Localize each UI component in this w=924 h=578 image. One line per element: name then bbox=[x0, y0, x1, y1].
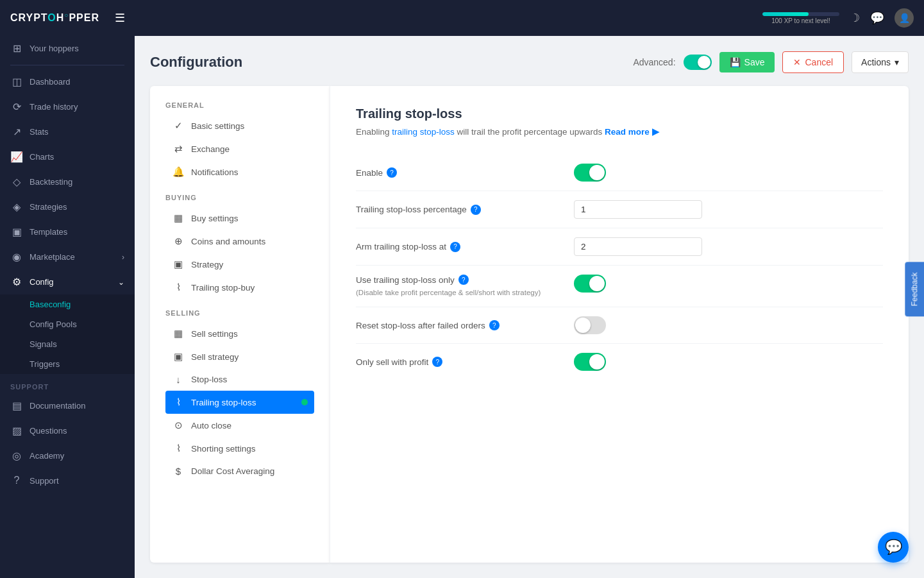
actions-button[interactable]: Actions ▾ bbox=[852, 51, 909, 73]
enable-help-icon[interactable]: ? bbox=[387, 167, 397, 178]
user-avatar[interactable]: 👤 bbox=[895, 8, 914, 28]
use-trailing-only-toggle[interactable] bbox=[574, 275, 606, 293]
sidebar-subitem-baseconfig[interactable]: Baseconfig bbox=[0, 294, 135, 314]
field-enable: Enable ? bbox=[356, 155, 883, 191]
logo-text: CRYPTOH○PPER bbox=[10, 12, 99, 24]
menu-item-sell-settings[interactable]: ▦ Sell settings bbox=[165, 322, 314, 345]
arm-trailing-control bbox=[574, 237, 883, 256]
general-section-title: GENERAL bbox=[165, 101, 314, 109]
config-chevron: ⌄ bbox=[118, 278, 124, 287]
shorting-icon: ⌇ bbox=[172, 443, 185, 454]
only-sell-profit-label: Only sell with profit ? bbox=[356, 357, 574, 367]
sidebar-item-documentation[interactable]: ▤ Documentation bbox=[0, 393, 135, 418]
sidebar-item-marketplace[interactable]: ◉ Marketplace › bbox=[0, 244, 135, 269]
advanced-toggle[interactable] bbox=[684, 55, 712, 70]
topnav-right: 100 XP to next level! ☽ 💬 👤 bbox=[762, 8, 914, 28]
sidebar-item-templates[interactable]: ▣ Templates bbox=[0, 219, 135, 244]
menu-item-shorting-settings[interactable]: ⌇ Shorting settings bbox=[165, 437, 314, 460]
save-button[interactable]: 💾 Save bbox=[719, 52, 775, 72]
panel-title: Trailing stop-loss bbox=[356, 106, 883, 121]
cancel-button[interactable]: ✕ Cancel bbox=[782, 51, 844, 73]
only-sell-profit-control bbox=[574, 353, 883, 371]
field-use-trailing-only: Use trailing stop-loss only ? (Disable t… bbox=[356, 266, 883, 307]
main-content: Configuration Advanced: 💾 Save ✕ Cancel … bbox=[135, 36, 924, 578]
menu-item-dollar-cost-averaging[interactable]: $ Dollar Cost Averaging bbox=[165, 460, 314, 482]
reset-stop-loss-control bbox=[574, 316, 883, 334]
feedback-button[interactable]: Feedback bbox=[905, 262, 924, 316]
sidebar-item-charts[interactable]: 📈 Charts bbox=[0, 144, 135, 169]
actions-chevron-icon: ▾ bbox=[895, 57, 899, 67]
buy-settings-icon: ▦ bbox=[172, 212, 185, 224]
trailing-percentage-label: Trailing stop-loss percentage ? bbox=[356, 205, 574, 215]
layout: ⊞ Your hoppers ◫ Dashboard ⟳ Trade histo… bbox=[0, 36, 924, 578]
sidebar-item-dashboard[interactable]: ◫ Dashboard bbox=[0, 69, 135, 94]
menu-item-basic-settings[interactable]: ✓ Basic settings bbox=[165, 114, 314, 137]
trailing-percentage-input[interactable] bbox=[574, 200, 702, 219]
config-panels: GENERAL ✓ Basic settings ⇄ Exchange 🔔 No… bbox=[150, 86, 909, 563]
auto-close-icon: ⊙ bbox=[172, 420, 185, 431]
advanced-label: Advanced: bbox=[633, 57, 675, 67]
academy-icon: ◎ bbox=[10, 450, 23, 462]
sidebar-subitem-triggers[interactable]: Triggers bbox=[0, 354, 135, 374]
strategies-icon: ◈ bbox=[10, 201, 23, 213]
sell-settings-icon: ▦ bbox=[172, 328, 185, 339]
menu-item-stop-loss[interactable]: ↓ Stop-loss bbox=[165, 368, 314, 391]
buying-section-title: BUYING bbox=[165, 194, 314, 201]
strategy-icon: ▣ bbox=[172, 259, 185, 270]
only-sell-profit-toggle[interactable] bbox=[574, 353, 606, 371]
sidebar-item-strategies[interactable]: ◈ Strategies bbox=[0, 194, 135, 219]
reset-stop-loss-toggle[interactable] bbox=[574, 316, 606, 334]
reset-stop-loss-label: Reset stop-loss after failed orders ? bbox=[356, 320, 574, 330]
cancel-icon: ✕ bbox=[793, 57, 801, 67]
menu-item-coins-and-amounts[interactable]: ⊕ Coins and amounts bbox=[165, 230, 314, 253]
read-more-link[interactable]: Read more ▶ bbox=[605, 127, 659, 137]
sidebar-subitem-config-pools[interactable]: Config Pools bbox=[0, 314, 135, 334]
templates-icon: ▣ bbox=[10, 226, 23, 238]
logo[interactable]: CRYPTOH○PPER bbox=[10, 12, 99, 24]
field-arm-trailing: Arm trailing stop-loss at ? bbox=[356, 228, 883, 266]
sidebar-item-config[interactable]: ⚙ Config ⌄ bbox=[0, 269, 135, 294]
backtesting-icon: ◇ bbox=[10, 176, 23, 188]
menu-item-buy-settings[interactable]: ▦ Buy settings bbox=[165, 207, 314, 230]
trailing-stop-loss-link[interactable]: trailing stop-loss bbox=[392, 127, 455, 137]
sidebar-item-academy[interactable]: ◎ Academy bbox=[0, 443, 135, 468]
menu-item-strategy[interactable]: ▣ Strategy bbox=[165, 253, 314, 276]
panel-description: Enabling trailing stop-loss will trail t… bbox=[356, 126, 883, 137]
sidebar-item-stats[interactable]: ↗ Stats bbox=[0, 119, 135, 144]
documentation-icon: ▤ bbox=[10, 400, 23, 412]
history-icon: ⟳ bbox=[10, 101, 23, 113]
chat-icon[interactable]: 💬 bbox=[870, 11, 884, 25]
menu-item-sell-strategy[interactable]: ▣ Sell strategy bbox=[165, 345, 314, 368]
menu-item-auto-close[interactable]: ⊙ Auto close bbox=[165, 414, 314, 437]
support-section-label: SUPPORT bbox=[0, 374, 135, 393]
use-trailing-only-help-icon[interactable]: ? bbox=[458, 275, 469, 285]
menu-item-trailing-stop-buy[interactable]: ⌇ Trailing stop-buy bbox=[165, 276, 314, 299]
enable-toggle[interactable] bbox=[574, 164, 606, 182]
sidebar-item-support[interactable]: ? Support bbox=[0, 468, 135, 493]
only-sell-profit-help-icon[interactable]: ? bbox=[432, 357, 442, 367]
menu-item-trailing-stop-loss[interactable]: ⌇ Trailing stop-loss bbox=[165, 391, 314, 414]
bell-icon: 🔔 bbox=[172, 166, 185, 178]
sidebar-item-trade-history[interactable]: ⟳ Trade history bbox=[0, 94, 135, 119]
use-trailing-only-label: Use trailing stop-loss only ? (Disable t… bbox=[356, 275, 574, 298]
menu-item-exchange[interactable]: ⇄ Exchange bbox=[165, 137, 314, 160]
chat-button[interactable]: 💬 bbox=[878, 532, 909, 563]
moon-icon[interactable]: ☽ bbox=[850, 11, 860, 25]
dca-icon: $ bbox=[172, 466, 185, 477]
reset-stop-loss-help-icon[interactable]: ? bbox=[489, 320, 500, 330]
sidebar-item-your-hoppers[interactable]: ⊞ Your hoppers bbox=[0, 36, 135, 61]
sidebar-subitem-signals[interactable]: Signals bbox=[0, 334, 135, 354]
coins-icon: ⊕ bbox=[172, 235, 185, 247]
sidebar-item-questions[interactable]: ▨ Questions bbox=[0, 418, 135, 443]
arm-trailing-help-icon[interactable]: ? bbox=[450, 242, 460, 252]
sidebar-item-backtesting[interactable]: ◇ Backtesting bbox=[0, 169, 135, 194]
left-panel: GENERAL ✓ Basic settings ⇄ Exchange 🔔 No… bbox=[150, 86, 330, 563]
menu-item-notifications[interactable]: 🔔 Notifications bbox=[165, 160, 314, 183]
config-icon: ⚙ bbox=[10, 276, 23, 288]
field-reset-stop-loss: Reset stop-loss after failed orders ? bbox=[356, 307, 883, 344]
arm-trailing-input[interactable] bbox=[574, 237, 702, 256]
xp-progress: 100 XP to next level! bbox=[762, 12, 839, 24]
enable-control bbox=[574, 164, 883, 182]
trailing-percentage-help-icon[interactable]: ? bbox=[471, 205, 481, 215]
hamburger-icon[interactable]: ☰ bbox=[115, 11, 125, 25]
